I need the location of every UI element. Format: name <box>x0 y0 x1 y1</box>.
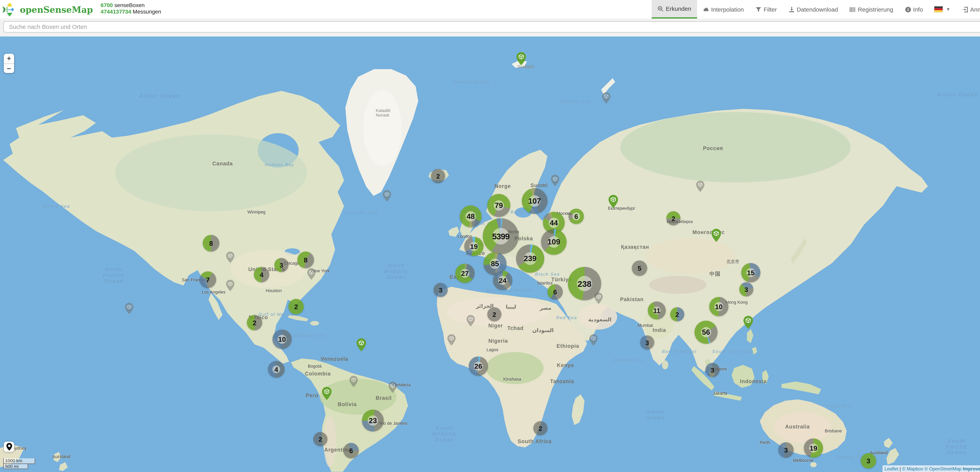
cluster-count: 2 <box>436 172 440 180</box>
map-cluster[interactable]: 48 <box>460 206 482 227</box>
map-cluster[interactable]: 8 <box>298 252 314 268</box>
map-cluster[interactable]: 2 <box>670 307 684 321</box>
leaflet-link[interactable]: Leaflet <box>885 466 898 471</box>
map-canvas[interactable]: Arctic OceanArctic OceanNorthPacificOcea… <box>0 37 980 472</box>
zoom-out-button[interactable]: − <box>4 64 14 73</box>
sensebox-pin-green[interactable] <box>322 387 332 403</box>
landmass-hispaniola <box>310 321 319 325</box>
cloud-icon <box>703 6 710 13</box>
map-cluster[interactable]: 8 <box>203 235 220 252</box>
sensebox-pin-gray[interactable] <box>350 376 358 390</box>
cluster-count: 2 <box>294 303 298 310</box>
nav-item-registrierung[interactable]: Registrierung <box>844 0 899 19</box>
map-cluster[interactable]: 2 <box>247 315 262 330</box>
map-cluster[interactable]: 3 <box>778 442 794 458</box>
map-cluster[interactable]: 2 <box>288 299 304 314</box>
map-cluster[interactable]: 24 <box>493 271 512 290</box>
sensebox-pin-gray[interactable] <box>602 92 610 106</box>
mapbox-link[interactable]: © Mapbox <box>902 466 923 471</box>
geolocate-button[interactable] <box>4 442 14 452</box>
map-cluster[interactable]: 10 <box>272 330 292 349</box>
sensebox-pin-gray[interactable] <box>226 280 234 294</box>
cluster-count: 2 <box>675 311 679 318</box>
cluster-count: 56 <box>702 328 710 336</box>
sensebox-pin-green[interactable] <box>711 229 721 245</box>
nav-item-interpolation[interactable]: Interpolation <box>697 0 749 19</box>
search-bar <box>0 19 980 37</box>
map-cluster[interactable]: 19 <box>465 237 484 256</box>
nav-item-label: Anmelden <box>970 6 980 13</box>
map-cluster[interactable]: 2 <box>313 432 328 446</box>
map-cluster[interactable]: 3 <box>705 363 719 377</box>
sensebox-pin-gray[interactable] <box>383 190 391 204</box>
map-cluster[interactable]: 7 <box>199 271 216 288</box>
map-cluster[interactable]: 4 <box>268 361 285 378</box>
sensebox-pin-gray[interactable] <box>447 334 455 348</box>
map-cluster[interactable]: 15 <box>741 263 760 282</box>
osm-link[interactable]: © OpenStreetMap <box>924 466 961 471</box>
map-cluster[interactable]: 2 <box>431 169 445 183</box>
nav-item-datendownload[interactable]: Datendownload <box>783 0 844 19</box>
nav-item-language[interactable]: ▼ <box>929 0 956 19</box>
map-cluster[interactable]: 238 <box>568 267 601 300</box>
map-cluster[interactable]: 19 <box>804 439 823 458</box>
map-cluster[interactable]: 107 <box>522 188 547 214</box>
sensebox-pin-green[interactable] <box>609 195 618 211</box>
sensebox-pin-green[interactable] <box>743 316 753 332</box>
map-cluster[interactable]: 10 <box>709 297 728 316</box>
sensebox-pin-green[interactable] <box>356 338 366 354</box>
cluster-count: 2 <box>253 319 256 327</box>
nav-item-filter[interactable]: Filter <box>749 0 783 19</box>
cluster-count: 3 <box>711 367 714 373</box>
map-cluster[interactable]: 26 <box>469 356 488 376</box>
map-cluster[interactable]: 109 <box>541 229 566 255</box>
sensebox-pin-green[interactable] <box>517 52 526 68</box>
sensebox-pin-gray[interactable] <box>589 334 598 348</box>
map-cluster[interactable]: 2 <box>487 307 501 321</box>
map-cluster[interactable]: 3 <box>739 282 753 297</box>
map-cluster[interactable]: 3 <box>274 258 288 272</box>
map-cluster[interactable]: 6 <box>344 443 359 458</box>
brand[interactable]: openSenseMap <box>0 0 93 19</box>
sensebox-pin-gray[interactable] <box>388 381 397 396</box>
map-cluster[interactable]: 2 <box>667 211 681 225</box>
map-cluster[interactable]: 2 <box>533 421 547 435</box>
map-cluster[interactable]: 3 <box>434 283 448 297</box>
map-cluster[interactable]: 23 <box>362 410 384 431</box>
map-cluster[interactable]: 3 <box>861 453 876 469</box>
map-cluster[interactable]: 239 <box>516 244 544 273</box>
map-cluster[interactable]: 6 <box>569 209 584 224</box>
cluster-count: 8 <box>209 239 213 247</box>
sensebox-pin-gray[interactable] <box>125 303 133 317</box>
improve-map-link[interactable]: Improve this map <box>963 466 980 471</box>
map-cluster[interactable]: 3 <box>640 335 654 349</box>
cluster-count: 239 <box>524 254 536 263</box>
nav-item-erkunden[interactable]: Erkunden <box>652 0 697 19</box>
map-cluster[interactable]: 27 <box>455 264 474 283</box>
map-cluster[interactable]: 11 <box>648 301 666 319</box>
map-cluster[interactable]: 56 <box>694 321 718 344</box>
map-attribution: Leaflet | © Mapbox © OpenStreetMap Impro… <box>883 465 980 472</box>
sensebox-pin-gray[interactable] <box>226 252 234 266</box>
scale-mi: 500 mi <box>3 463 28 469</box>
map-cluster[interactable]: 79 <box>487 194 510 217</box>
map-cluster[interactable]: 5 <box>632 260 647 276</box>
nav-item-label: Filter <box>764 6 777 13</box>
cluster-count: 6 <box>349 447 353 454</box>
zoom-in-button[interactable]: + <box>4 54 14 63</box>
nav-item-anmelden[interactable]: Anmelden <box>956 0 980 19</box>
map-cluster[interactable]: 4 <box>254 267 269 282</box>
zoom-control: + − <box>4 54 14 73</box>
map-cluster[interactable]: 6 <box>547 284 563 300</box>
nav-item-info[interactable]: Info <box>899 0 929 19</box>
cluster-count: 2 <box>319 435 322 443</box>
map-cluster[interactable]: 5399 <box>483 218 519 254</box>
sensebox-pin-gray[interactable] <box>466 315 475 329</box>
sensebox-pin-gray[interactable] <box>551 175 559 189</box>
cluster-count: 79 <box>495 202 503 209</box>
sensebox-pin-gray[interactable] <box>307 268 315 282</box>
search-input[interactable] <box>3 21 980 33</box>
sensebox-pin-gray[interactable] <box>696 180 705 195</box>
cluster-count: 19 <box>470 243 478 250</box>
cluster-count: 8 <box>304 256 307 264</box>
